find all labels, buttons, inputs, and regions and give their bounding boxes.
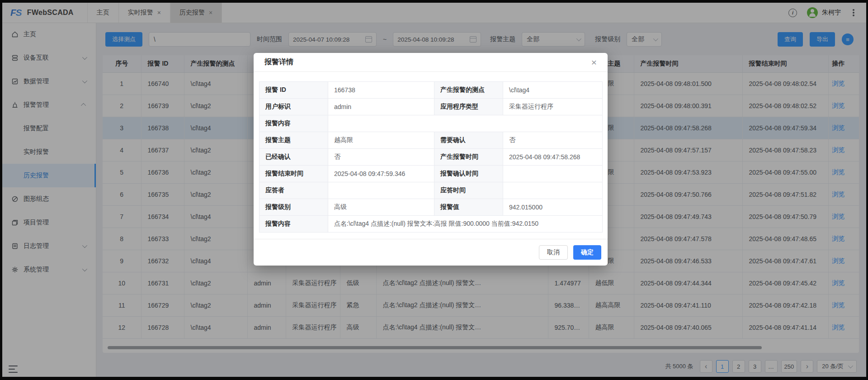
detail-value: 942.015000	[503, 199, 603, 216]
detail-row: 报警内容	[259, 115, 603, 132]
close-icon[interactable]	[591, 57, 597, 67]
detail-value: 点名:\cl\tag4 点描述:(null) 报警文本:高报 限值:900.00…	[328, 216, 603, 233]
detail-value: 2025-04-08 09:47:59.346	[328, 166, 434, 182]
detail-label: 报警确认时间	[434, 166, 503, 182]
detail-value: 否	[328, 149, 434, 166]
cancel-button[interactable]: 取消	[539, 245, 568, 260]
detail-label: 报警内容	[259, 216, 328, 233]
modal-footer: 取消 确定	[254, 239, 608, 266]
detail-label: 产生报警的测点	[434, 82, 503, 99]
detail-value: admin	[328, 99, 434, 115]
detail-label: 报警主题	[259, 132, 328, 149]
detail-value: 高级	[328, 199, 434, 216]
detail-value: 2025-04-08 09:47:58.268	[503, 149, 603, 166]
detail-label: 产生报警时间	[434, 149, 503, 166]
alarm-detail-modal: 报警详情 报警 ID166738产生报警的测点\cl\tag4用户标识admin…	[254, 53, 608, 266]
detail-value	[503, 166, 603, 182]
app-window: FS FWebSCADA 主页实时报警历史报警 朱柯宇 主页设备互联数据管理报警…	[2, 3, 866, 377]
detail-row: 报警 ID166738产生报警的测点\cl\tag4	[259, 82, 603, 99]
detail-row: 用户标识admin应用程序类型采集器运行程序	[259, 99, 603, 115]
detail-label: 已经确认	[259, 149, 328, 166]
detail-row: 已经确认否产生报警时间2025-04-08 09:47:58.268	[259, 149, 603, 166]
detail-value	[328, 115, 603, 132]
detail-value: 166738	[328, 82, 434, 99]
modal-header: 报警详情	[254, 53, 608, 72]
detail-label: 报警级别	[259, 199, 328, 216]
detail-label: 应用程序类型	[434, 99, 503, 115]
detail-value: 采集器运行程序	[503, 99, 603, 115]
detail-label: 应答时间	[434, 182, 503, 199]
detail-row: 报警内容点名:\cl\tag4 点描述:(null) 报警文本:高报 限值:90…	[259, 216, 603, 233]
detail-label: 报警结束时间	[259, 166, 328, 182]
detail-label: 报警值	[434, 199, 503, 216]
detail-row: 报警主题越高限需要确认否	[259, 132, 603, 149]
modal-body: 报警 ID166738产生报警的测点\cl\tag4用户标识admin应用程序类…	[254, 72, 608, 239]
detail-value: 否	[503, 132, 603, 149]
detail-label: 需要确认	[434, 132, 503, 149]
detail-row: 应答者应答时间	[259, 182, 603, 199]
modal-title: 报警详情	[264, 57, 293, 67]
detail-label: 应答者	[259, 182, 328, 199]
detail-label: 用户标识	[259, 99, 328, 115]
detail-value: 越高限	[328, 132, 434, 149]
detail-value: \cl\tag4	[503, 82, 603, 99]
confirm-button[interactable]: 确定	[573, 245, 601, 260]
detail-label: 报警内容	[259, 115, 328, 132]
detail-value	[328, 182, 434, 199]
detail-row: 报警级别高级报警值942.015000	[259, 199, 603, 216]
detail-row: 报警结束时间2025-04-08 09:47:59.346报警确认时间	[259, 166, 603, 182]
detail-value	[503, 182, 603, 199]
alarm-detail-table: 报警 ID166738产生报警的测点\cl\tag4用户标识admin应用程序类…	[259, 81, 603, 233]
detail-label: 报警 ID	[259, 82, 328, 99]
